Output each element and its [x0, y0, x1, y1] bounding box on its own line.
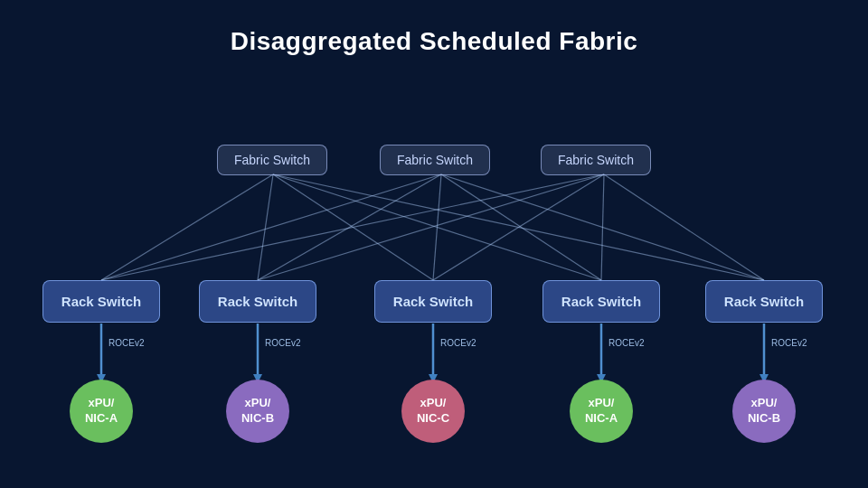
svg-line-13: [601, 174, 604, 280]
svg-line-2: [273, 174, 433, 280]
main-container: Disaggregated Scheduled Fabric: [0, 0, 868, 488]
rack-switch-5: Rack Switch: [705, 280, 823, 323]
fabric-switch-3: Fabric Switch: [541, 145, 651, 175]
svg-line-9: [441, 174, 764, 280]
rocev2-label-3: ROCEv2: [440, 338, 476, 348]
svg-line-11: [258, 174, 604, 280]
rocev2-label-2: ROCEv2: [265, 338, 300, 348]
xpu-node-4: xPU/ NIC-A: [570, 380, 633, 443]
svg-line-3: [273, 174, 601, 280]
svg-line-8: [441, 174, 601, 280]
page-title: Disaggregated Scheduled Fabric: [0, 0, 868, 56]
svg-line-0: [101, 174, 273, 280]
rocev2-label-5: ROCEv2: [771, 338, 807, 348]
svg-line-6: [258, 174, 441, 280]
rack-switch-2: Rack Switch: [199, 280, 316, 323]
rack-switch-4: Rack Switch: [542, 280, 660, 323]
svg-line-14: [604, 174, 764, 280]
svg-line-7: [433, 174, 441, 280]
svg-line-1: [258, 174, 273, 280]
fabric-switch-2: Fabric Switch: [380, 145, 490, 175]
xpu-node-2: xPU/ NIC-B: [226, 380, 289, 443]
svg-line-5: [101, 174, 441, 280]
xpu-node-5: xPU/ NIC-B: [732, 380, 796, 443]
svg-line-10: [101, 174, 604, 280]
rack-switch-3: Rack Switch: [374, 280, 492, 323]
xpu-node-3: xPU/ NIC-C: [401, 380, 465, 443]
fabric-switch-1: Fabric Switch: [217, 145, 327, 175]
xpu-node-1: xPU/ NIC-A: [70, 380, 133, 443]
svg-line-12: [433, 174, 604, 280]
rack-switch-1: Rack Switch: [42, 280, 160, 323]
rocev2-label-4: ROCEv2: [609, 338, 644, 348]
svg-line-4: [273, 174, 764, 280]
rocev2-label-1: ROCEv2: [108, 338, 144, 348]
